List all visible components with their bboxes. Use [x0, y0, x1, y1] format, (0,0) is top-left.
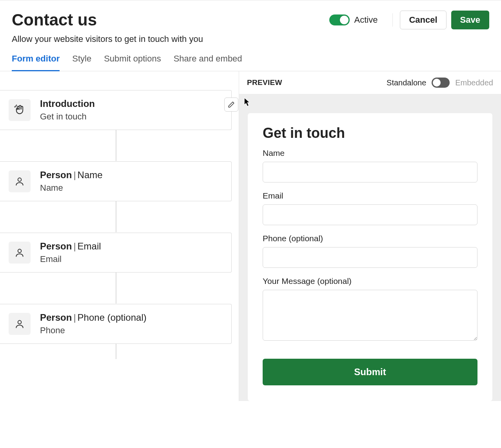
editor-block-introduction[interactable]: Introduction Get in touch — [0, 90, 232, 130]
tab-share-embed[interactable]: Share and embed — [174, 54, 242, 71]
active-toggle-label: Active — [354, 15, 378, 25]
connector — [116, 343, 116, 359]
page-title: Contact us — [12, 11, 97, 29]
connector — [116, 272, 116, 303]
message-input[interactable] — [263, 290, 477, 341]
page-subtitle: Allow your website visitors to get in to… — [0, 29, 501, 44]
phone-input[interactable] — [263, 247, 477, 268]
field-label-message: Your Message (optional) — [263, 276, 477, 286]
save-button[interactable]: Save — [451, 11, 489, 29]
person-icon — [9, 313, 31, 335]
editor-block-email[interactable]: Person|Email Email — [0, 233, 232, 273]
edit-block-button[interactable] — [224, 98, 238, 112]
field-label-phone: Phone (optional) — [263, 234, 477, 243]
tab-style[interactable]: Style — [72, 54, 91, 71]
connector — [116, 130, 116, 161]
preview-heading: PREVIEW — [247, 78, 282, 87]
name-input[interactable] — [263, 162, 477, 182]
field-label-name: Name — [263, 148, 477, 158]
preview-form-title: Get in touch — [263, 125, 477, 141]
block-subtitle: Email — [40, 254, 101, 264]
field-label-email: Email — [263, 191, 477, 201]
block-subtitle: Name — [40, 183, 103, 193]
block-title: Person|Name — [40, 170, 103, 181]
preview-form-card: Get in touch Name Email Phone (optional) — [248, 113, 492, 401]
pencil-icon — [228, 101, 235, 108]
active-toggle[interactable] — [329, 14, 350, 25]
wave-icon — [9, 99, 31, 121]
preview-mode-embedded-label: Embedded — [455, 78, 493, 87]
cancel-button[interactable]: Cancel — [400, 11, 446, 29]
block-title: Introduction — [40, 98, 95, 109]
tab-form-editor[interactable]: Form editor — [12, 54, 60, 71]
block-subtitle: Get in touch — [40, 112, 95, 122]
connector — [116, 201, 116, 232]
block-subtitle: Phone — [40, 325, 147, 336]
editor-block-name[interactable]: Person|Name Name — [0, 161, 232, 201]
svg-point-1 — [18, 249, 22, 253]
preview-mode-standalone-label: Standalone — [387, 78, 426, 87]
email-input[interactable] — [263, 204, 477, 225]
divider — [392, 13, 393, 27]
submit-button[interactable]: Submit — [263, 359, 477, 385]
editor-block-phone[interactable]: Person|Phone (optional) Phone — [0, 304, 232, 344]
svg-point-0 — [18, 178, 22, 181]
svg-point-2 — [18, 320, 22, 324]
person-icon — [9, 170, 31, 192]
block-title: Person|Phone (optional) — [40, 312, 147, 323]
block-title: Person|Email — [40, 241, 101, 252]
tab-submit-options[interactable]: Submit options — [104, 54, 161, 71]
person-icon — [9, 242, 31, 264]
preview-mode-toggle[interactable] — [432, 78, 450, 88]
